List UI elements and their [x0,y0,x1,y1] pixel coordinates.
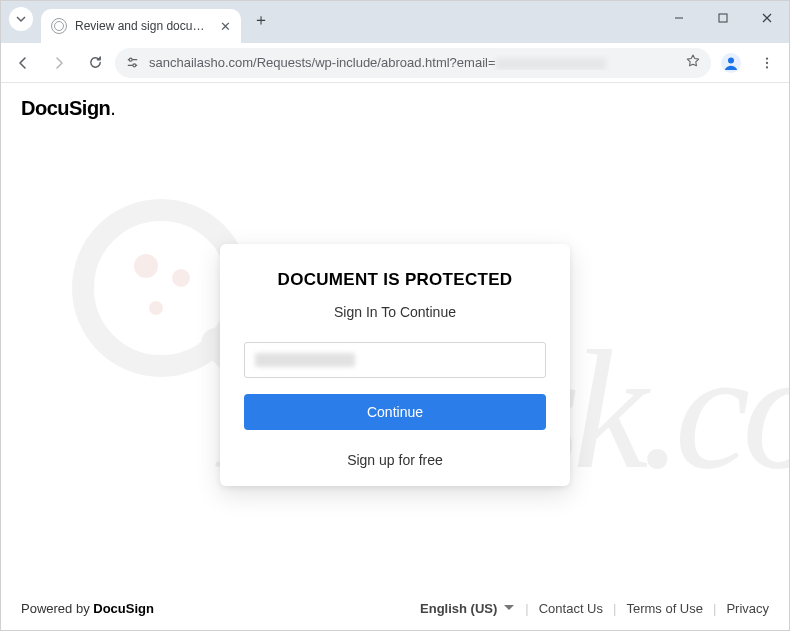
maximize-button[interactable] [701,1,745,35]
svg-rect-1 [719,14,727,22]
toolbar: sanchailasho.com/Requests/wp-include/abr… [1,43,789,83]
url-redacted [496,58,606,70]
svg-point-5 [728,57,734,63]
site-controls-icon[interactable] [125,55,141,70]
forward-button[interactable] [43,47,75,79]
new-tab-button[interactable]: ＋ [247,6,275,34]
page-viewport: PCrisk.com DocuSign. DOCUMENT IS PROTECT… [1,83,789,630]
svg-point-8 [766,66,768,68]
bookmark-star-icon[interactable] [685,53,701,72]
browser-window: Review and sign document(s) | ✕ ＋ [0,0,790,631]
privacy-link[interactable]: Privacy [726,601,769,616]
login-card: DOCUMENT IS PROTECTED Sign In To Continu… [220,244,570,486]
signup-link[interactable]: Sign up for free [244,452,546,468]
email-redacted [255,353,355,367]
main-area: DOCUMENT IS PROTECTED Sign In To Continu… [1,134,789,586]
svg-point-6 [766,57,768,59]
window-controls [657,1,789,39]
back-button[interactable] [7,47,39,79]
svg-point-7 [766,61,768,63]
minimize-button[interactable] [657,1,701,35]
contact-link[interactable]: Contact Us [539,601,603,616]
powered-by: Powered by DocuSign [21,601,154,616]
email-field[interactable] [244,342,546,378]
kebab-menu-button[interactable] [751,47,783,79]
continue-button[interactable]: Continue [244,394,546,430]
footer-links: English (US) | Contact Us | Terms of Use… [420,601,769,616]
card-heading: DOCUMENT IS PROTECTED [244,270,546,290]
browser-tab[interactable]: Review and sign document(s) | ✕ [41,9,241,43]
terms-link[interactable]: Terms of Use [626,601,703,616]
url-visible: sanchailasho.com/Requests/wp-include/abr… [149,55,496,70]
reload-button[interactable] [79,47,111,79]
titlebar: Review and sign document(s) | ✕ ＋ [1,1,789,43]
svg-point-2 [129,58,132,61]
powered-prefix: Powered by [21,601,93,616]
continue-button-label: Continue [367,404,423,420]
brand-text: DocuSign [21,97,110,119]
language-selector[interactable]: English (US) [420,601,515,616]
page-footer: Powered by DocuSign English (US) | Conta… [1,586,789,630]
profile-button[interactable] [715,47,747,79]
language-label: English (US) [420,601,497,616]
tab-title: Review and sign document(s) | [75,19,212,33]
card-subheading: Sign In To Continue [244,304,546,320]
close-window-button[interactable] [745,1,789,35]
powered-brand: DocuSign [93,601,154,616]
svg-point-3 [133,64,136,67]
docusign-logo: DocuSign. [1,83,789,134]
url-text: sanchailasho.com/Requests/wp-include/abr… [149,55,677,70]
tab-close-button[interactable]: ✕ [220,19,231,34]
globe-icon [51,18,67,34]
address-bar[interactable]: sanchailasho.com/Requests/wp-include/abr… [115,48,711,78]
signup-link-label: Sign up for free [347,452,443,468]
chevron-down-icon [503,603,515,613]
tab-search-button[interactable] [9,7,33,31]
